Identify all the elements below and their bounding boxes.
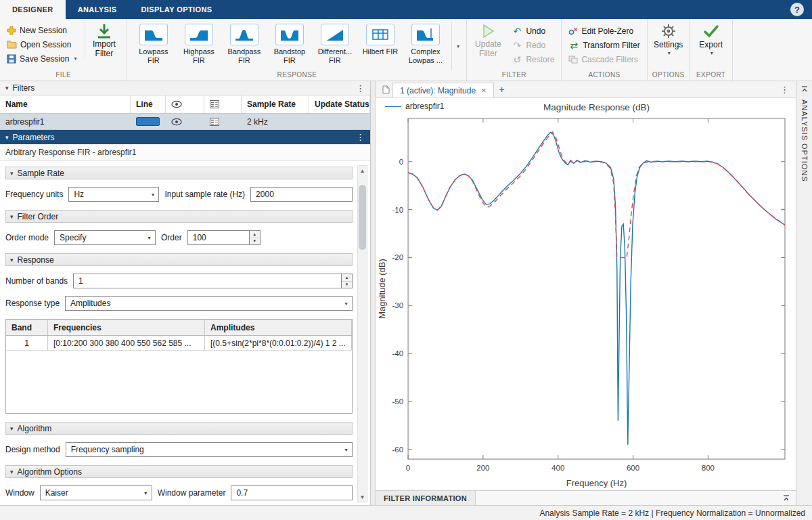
col-header-visibility[interactable] xyxy=(166,95,204,113)
response-lowpass-fir-button[interactable]: LowpassFIR xyxy=(131,22,175,70)
scrollbar-up-icon[interactable]: ▲ xyxy=(358,166,367,175)
filters-panel-header[interactable]: ▾ Filters ⋮ xyxy=(0,81,370,95)
filter-legend-cell[interactable] xyxy=(204,114,242,129)
col-header-legend[interactable] xyxy=(204,95,242,113)
scrollbar-down-icon[interactable]: ▼ xyxy=(358,492,367,502)
sample-rate-group-header[interactable]: ▾ Sample Rate xyxy=(5,167,353,179)
filter-information-expand-button[interactable] xyxy=(777,491,796,505)
response-group-header[interactable]: ▾ Response xyxy=(5,253,353,266)
scrollbar-track[interactable] xyxy=(358,175,367,492)
tab-designer[interactable]: DESIGNER xyxy=(0,0,66,19)
window-parameter-field[interactable]: 0.7 xyxy=(231,485,353,500)
close-icon[interactable]: × xyxy=(481,85,487,95)
order-stepper[interactable]: 100 ▲▼ xyxy=(187,230,261,245)
number-of-bands-spinner[interactable]: ▲▼ xyxy=(342,274,353,288)
amplitudes-cell[interactable]: [(0.5+sin(2*pi*8*(0:0.01:0.2))/4) 1 2 ..… xyxy=(205,336,352,350)
band-table-row[interactable]: 1 [0:10:200 300 380 400 550 562 585 ... … xyxy=(6,336,352,351)
filter-information-tab[interactable]: FILTER INFORMATION xyxy=(376,491,476,505)
undo-button[interactable]: ↶ Undo xyxy=(509,24,557,38)
sample-rate-collapse-icon[interactable]: ▾ xyxy=(10,170,14,177)
response-bandstop-fir-button[interactable]: BandstopFIR xyxy=(267,22,311,70)
parameters-collapse-icon[interactable]: ▾ xyxy=(5,134,9,141)
band-table-empty-area xyxy=(6,351,352,413)
response-gallery-dropdown[interactable]: ▾ xyxy=(451,22,462,70)
frequency-units-value: Hz xyxy=(74,190,147,199)
col-header-update-status[interactable]: Update Status xyxy=(309,95,370,113)
order-spinner[interactable]: ▲▼ xyxy=(250,230,261,245)
line-color-swatch[interactable] xyxy=(136,117,160,126)
response-highpass-fir-button[interactable]: HighpassFIR xyxy=(177,22,221,70)
input-sample-rate-field[interactable]: 2000 xyxy=(250,187,353,202)
response-different-fir-button[interactable]: Different...FIR xyxy=(313,22,357,70)
help-button[interactable]: ? xyxy=(790,3,804,16)
algorithm-group-header[interactable]: ▾ Algorithm xyxy=(5,422,353,435)
response-type-select[interactable]: Amplitudes ▾ xyxy=(65,296,353,311)
add-plot-tab-button[interactable]: + xyxy=(494,81,510,98)
design-method-select[interactable]: Frequency sampling ▾ xyxy=(66,442,353,457)
algorithm-options-group-header[interactable]: ▾ Algorithm Options xyxy=(5,465,353,478)
band-table: Band Frequencies Amplitudes 1 [0:10:200 … xyxy=(5,319,353,414)
filter-order-group-header[interactable]: ▾ Filter Order xyxy=(5,210,353,223)
new-session-button[interactable]: New Session xyxy=(4,23,79,37)
analysis-options-strip[interactable]: ANALYSIS OPTIONS xyxy=(796,81,812,505)
response-collapse-icon[interactable]: ▾ xyxy=(10,257,14,263)
algorithm-collapse-icon[interactable]: ▾ xyxy=(10,425,14,432)
response-hilbert-fir-button[interactable]: Hilbert FIR xyxy=(358,22,402,70)
col-header-name[interactable]: Name xyxy=(0,95,131,113)
band-cell[interactable]: 1 xyxy=(6,336,48,350)
col-header-line[interactable]: Line xyxy=(131,95,166,113)
filter-visibility-cell[interactable] xyxy=(166,114,204,129)
open-session-button[interactable]: Open Session xyxy=(4,37,79,51)
parameters-menu-icon[interactable]: ⋮ xyxy=(356,132,365,142)
open-session-label: Open Session xyxy=(20,40,71,49)
filters-collapse-icon[interactable]: ▾ xyxy=(5,85,9,91)
col-header-sample-rate[interactable]: Sample Rate xyxy=(242,95,309,113)
ribbon-section-file: New Session Open Session Save Session ▾ … xyxy=(0,19,127,81)
import-filter-button[interactable]: Import Filter xyxy=(85,22,122,58)
number-of-bands-stepper[interactable]: 1 ▲▼ xyxy=(73,274,353,288)
order-mode-select[interactable]: Specify ▾ xyxy=(54,230,156,245)
filter-update-status-cell xyxy=(309,114,370,129)
response-bandpass-fir-button[interactable]: BandpassFIR xyxy=(222,22,266,70)
window-select[interactable]: Kaiser ▾ xyxy=(40,485,152,500)
parameters-scrollbar[interactable]: ▲ ▼ xyxy=(357,165,367,502)
algorithm-options-group-title: Algorithm Options xyxy=(18,467,82,477)
spinner-up-icon[interactable]: ▲ xyxy=(250,231,260,238)
svg-text:-10: -10 xyxy=(392,206,403,214)
filter-order-collapse-icon[interactable]: ▾ xyxy=(10,213,14,220)
spinner-down-icon[interactable]: ▼ xyxy=(342,281,352,288)
filters-panel-title: Filters xyxy=(13,83,35,93)
frequencies-col-header: Frequencies xyxy=(48,320,205,335)
export-button[interactable]: Export ▾ xyxy=(694,22,728,56)
redo-button[interactable]: ↷ Redo xyxy=(509,38,557,52)
frequencies-cell[interactable]: [0:10:200 300 380 400 550 562 585 ... xyxy=(48,336,205,350)
filter-line-cell[interactable] xyxy=(131,114,166,129)
order-field[interactable]: 100 xyxy=(187,230,250,245)
panel-splitter[interactable] xyxy=(371,81,376,505)
frequency-units-select[interactable]: Hz ▾ xyxy=(68,187,159,202)
filter-table-row[interactable]: arbrespfir1 2 kHz xyxy=(0,114,370,130)
edit-pole-zero-button[interactable]: Edit Pole-Zero xyxy=(566,24,642,38)
spinner-up-icon[interactable]: ▲ xyxy=(342,274,352,281)
plot-tab-menu-icon[interactable]: ⋮ xyxy=(773,81,796,98)
settings-button[interactable]: Settings ▾ xyxy=(652,22,685,56)
transform-filter-button[interactable]: ⇄ Transform Filter xyxy=(566,38,642,52)
spinner-down-icon[interactable]: ▼ xyxy=(250,238,260,245)
svg-text:0: 0 xyxy=(399,158,403,166)
update-filter-button[interactable]: Update Filter xyxy=(471,22,505,58)
parameters-panel-header[interactable]: ▾ Parameters ⋮ xyxy=(0,130,370,144)
tab-display-options[interactable]: DISPLAY OPTIONS xyxy=(129,0,224,19)
save-session-button[interactable]: Save Session ▾ xyxy=(4,51,79,66)
restore-button[interactable]: ↺ Restore xyxy=(509,52,557,66)
scrollbar-thumb[interactable] xyxy=(359,185,366,250)
algorithm-options-collapse-icon[interactable]: ▾ xyxy=(10,469,14,475)
collapse-panel-icon[interactable] xyxy=(800,85,809,93)
tab-magnitude-plot[interactable]: 1 (active): Magnitude × xyxy=(392,83,494,98)
filters-menu-icon[interactable]: ⋮ xyxy=(356,83,365,93)
response-bandstop-fir-label-2: FIR xyxy=(284,56,296,65)
response-complex-lowpas-button[interactable]: ComplexLowpas ... xyxy=(403,22,447,70)
number-of-bands-field[interactable]: 1 xyxy=(73,274,342,288)
cascade-filters-button[interactable]: Cascade Filters xyxy=(566,52,642,66)
save-session-dropdown-icon[interactable]: ▾ xyxy=(74,56,76,62)
tab-analysis[interactable]: ANALYSIS xyxy=(66,0,129,19)
